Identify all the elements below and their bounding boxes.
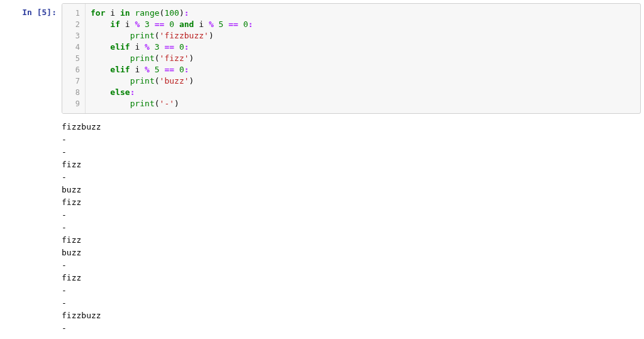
line-number: 1	[69, 8, 80, 19]
code-line[interactable]: for i in range(100):	[91, 8, 635, 19]
code-line[interactable]: print('fizz')	[91, 53, 635, 64]
stdout-output: fizzbuzz - - fizz - buzz fizz - - fizz b…	[57, 117, 641, 335]
line-number: 2	[69, 19, 80, 30]
prompt-label: In	[22, 8, 32, 17]
code-line[interactable]: elif i % 3 == 0:	[91, 42, 635, 53]
line-number: 6	[69, 64, 80, 75]
line-number: 7	[69, 75, 80, 87]
code-line[interactable]: if i % 3 == 0 and i % 5 == 0:	[91, 19, 635, 30]
input-cell: In [5]: 123456789 for i in range(100): i…	[0, 0, 644, 117]
code-line[interactable]: print('buzz')	[91, 75, 635, 87]
line-number: 3	[69, 30, 80, 42]
line-number: 4	[69, 42, 80, 53]
code-line[interactable]: print('fizzbuzz')	[91, 30, 635, 42]
line-number: 5	[69, 53, 80, 64]
line-number-gutter: 123456789	[62, 4, 86, 113]
input-prompt: In [5]:	[0, 3, 62, 114]
code-line[interactable]: elif i % 5 == 0:	[91, 64, 635, 75]
code-area[interactable]: for i in range(100): if i % 3 == 0 and i…	[86, 4, 640, 113]
code-line[interactable]: else:	[91, 87, 635, 98]
output-prompt-spacer	[0, 117, 57, 335]
output-cell: fizzbuzz - - fizz - buzz fizz - - fizz b…	[0, 117, 644, 338]
code-editor[interactable]: 123456789 for i in range(100): if i % 3 …	[62, 3, 641, 114]
line-number: 9	[69, 98, 80, 109]
code-line[interactable]: print('-')	[91, 98, 635, 109]
line-number: 8	[69, 87, 80, 98]
